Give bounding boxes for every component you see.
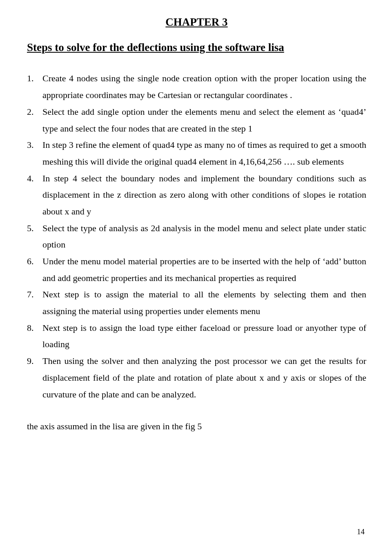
- chapter-title: CHAPTER 3: [27, 16, 366, 29]
- list-item: Next step is to assign the material to a…: [27, 286, 366, 319]
- footer-text: the axis assumed in the lisa are given i…: [27, 418, 366, 435]
- list-item: Select the add single option under the e…: [27, 104, 366, 137]
- section-title: Steps to solve for the deflections using…: [27, 40, 366, 55]
- list-item: Select the type of analysis as 2d analys…: [27, 220, 366, 253]
- list-item: Under the menu model material properties…: [27, 253, 366, 286]
- list-item: Then using the solver and then analyzing…: [27, 353, 366, 403]
- page-number: 14: [357, 527, 365, 536]
- list-item: In step 4 select the boundary nodes and …: [27, 170, 366, 220]
- list-item: In step 3 refine the element of quad4 ty…: [27, 137, 366, 170]
- list-item: Next step is to assign the load type eit…: [27, 320, 366, 353]
- list-item: Create 4 nodes using the single node cre…: [27, 70, 366, 103]
- page: CHAPTER 3 Steps to solve for the deflect…: [0, 0, 392, 551]
- steps-list: Create 4 nodes using the single node cre…: [27, 70, 366, 403]
